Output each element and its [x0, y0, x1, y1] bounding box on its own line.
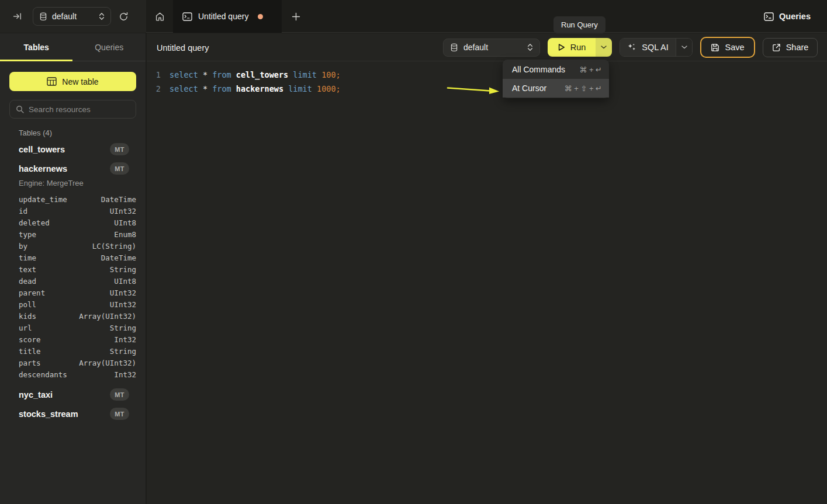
column-row[interactable]: deletedUInt8	[0, 217, 146, 228]
engine-badge: MT	[110, 408, 129, 420]
save-button[interactable]: Save	[700, 37, 755, 58]
column-row[interactable]: scoreInt32	[0, 333, 146, 345]
toolbar-database-selector[interactable]: default	[443, 39, 540, 57]
column-type: UInt32	[110, 300, 136, 309]
column-name: deleted	[19, 218, 50, 227]
column-row[interactable]: pollUInt32	[0, 298, 146, 310]
menu-item-all-commands[interactable]: All Commands ⌘ + ↵	[503, 60, 609, 79]
table-name: nyc_taxi	[19, 390, 53, 399]
line-number: 2	[147, 84, 161, 93]
topbar-database-value: default	[52, 12, 94, 21]
column-type: String	[110, 265, 136, 274]
tables-section-title: Tables (4)	[19, 128, 52, 137]
table-row-hackernews[interactable]: hackernews MT	[9, 161, 136, 176]
menu-item-shortcut: ⌘ + ⇧ + ↵	[565, 84, 602, 93]
menu-item-at-cursor[interactable]: At Cursor ⌘ + ⇧ + ↵	[503, 79, 609, 98]
table-name: hackernews	[19, 164, 67, 173]
plus-icon	[292, 12, 300, 21]
new-tab-button[interactable]	[282, 0, 310, 33]
collapse-sidebar-icon	[13, 12, 22, 21]
column-row[interactable]: parentUInt32	[0, 287, 146, 298]
column-row[interactable]: timeDateTime	[0, 252, 146, 263]
home-icon	[155, 12, 165, 22]
column-name: id	[19, 207, 27, 215]
menu-item-label: All Commands	[512, 65, 565, 74]
sidebar-tab-queries[interactable]: Queries	[73, 33, 146, 61]
column-row[interactable]: textString	[0, 263, 146, 275]
engine-badge: MT	[110, 143, 129, 155]
unsaved-changes-dot	[258, 14, 263, 19]
updown-chevron-icon	[99, 12, 105, 20]
query-title: Untitled query	[157, 43, 209, 53]
column-name: type	[19, 230, 36, 239]
terminal-icon	[182, 12, 192, 21]
column-type: Enum8	[114, 230, 136, 239]
sql-ai-options-button[interactable]	[676, 39, 692, 56]
toolbar-database-value: default	[463, 43, 522, 52]
run-button[interactable]: Run	[548, 38, 596, 57]
save-button-label: Save	[725, 43, 744, 52]
column-row[interactable]: deadUInt8	[0, 275, 146, 287]
play-icon	[558, 43, 565, 51]
column-type: UInt8	[114, 218, 136, 227]
home-button[interactable]	[146, 0, 173, 33]
column-name: parent	[19, 289, 45, 297]
column-row[interactable]: partsArray(UInt32)	[0, 357, 146, 369]
chevron-down-icon	[601, 46, 607, 49]
column-row[interactable]: urlString	[0, 322, 146, 333]
column-row[interactable]: kidsArray(UInt32)	[0, 310, 146, 322]
sql-editor[interactable]: 1select * from cell_towers limit 100;2se…	[147, 61, 827, 96]
share-icon	[772, 43, 781, 52]
run-options-button[interactable]	[596, 38, 612, 57]
column-type: String	[110, 347, 136, 356]
share-button[interactable]: Share	[763, 38, 818, 57]
chevron-down-icon	[681, 46, 687, 49]
refresh-button[interactable]	[115, 8, 132, 25]
column-row[interactable]: byLC(String)	[0, 240, 146, 252]
sparkles-icon	[627, 43, 636, 52]
code-text: select * from cell_towers limit 100;	[169, 70, 341, 79]
column-type: UInt32	[110, 207, 136, 215]
table-row-stocks-stream[interactable]: stocks_stream MT	[9, 406, 136, 422]
topbar-database-selector[interactable]: default	[33, 7, 111, 26]
table-grid-icon	[47, 77, 57, 86]
new-table-button[interactable]: New table	[9, 72, 136, 91]
code-line[interactable]: 2select * from hackernews limit 1000;	[147, 82, 827, 96]
column-type: Int32	[114, 335, 136, 344]
column-name: url	[19, 324, 32, 332]
code-text: select * from hackernews limit 1000;	[169, 84, 341, 93]
table-row-cell-towers[interactable]: cell_towers MT	[9, 141, 136, 157]
column-name: kids	[19, 312, 36, 321]
sql-ai-button-group: SQL AI	[620, 38, 693, 57]
column-row[interactable]: idUInt32	[0, 205, 146, 217]
top-bar-left: default	[0, 0, 146, 33]
top-bar-right: Queries	[764, 0, 827, 33]
menu-item-shortcut: ⌘ + ↵	[579, 65, 602, 74]
column-row[interactable]: update_timeDateTime	[0, 193, 146, 205]
queries-button[interactable]: Queries	[764, 12, 811, 21]
engine-label: Engine: MergeTree	[19, 179, 84, 187]
column-name: title	[19, 347, 41, 356]
tab-strip: Untitled query	[146, 0, 310, 33]
column-type: Int32	[114, 370, 136, 379]
column-row[interactable]: titleString	[0, 345, 146, 357]
column-name: text	[19, 265, 36, 274]
search-input[interactable]	[29, 105, 132, 114]
sidebar-tab-tables[interactable]: Tables	[0, 33, 73, 61]
updown-chevron-icon	[527, 43, 533, 51]
column-row[interactable]: typeEnum8	[0, 228, 146, 240]
column-type: String	[110, 324, 136, 332]
tab-untitled-query[interactable]: Untitled query	[173, 0, 282, 33]
new-table-label: New table	[62, 77, 98, 86]
tab-label: Untitled query	[198, 12, 248, 21]
column-row[interactable]: descendantsInt32	[0, 369, 146, 380]
sql-ai-label: SQL AI	[642, 43, 668, 52]
sql-ai-button[interactable]: SQL AI	[620, 39, 676, 56]
run-query-tooltip: Run Query	[553, 16, 605, 33]
code-line[interactable]: 1select * from cell_towers limit 100;	[147, 68, 827, 82]
top-bar: default Untitled query	[0, 0, 827, 33]
search-box	[9, 100, 136, 119]
table-row-nyc-taxi[interactable]: nyc_taxi MT	[9, 387, 136, 402]
collapse-sidebar-button[interactable]	[8, 7, 27, 26]
column-name: update_time	[19, 195, 67, 204]
